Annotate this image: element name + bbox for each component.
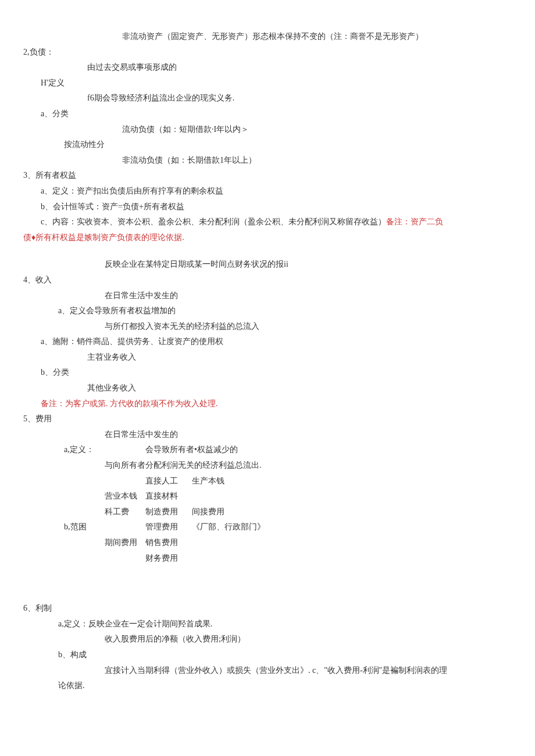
text-line: 非流动负债（如：长期借款1年以上） bbox=[122, 153, 512, 169]
row-label: b,范困 bbox=[64, 519, 105, 535]
row-cell: 销售费用 bbox=[145, 535, 192, 551]
text-line: 宜接计入当期利得（营业外收入）或损失（营业外支出》. c、"收入费用-利润"是褊… bbox=[105, 663, 512, 679]
row-cell: 间接费用 bbox=[192, 504, 224, 520]
row-cell: 《厂部、行政部门》 bbox=[192, 519, 265, 535]
text-span: c、内容：实收资本、资本公积、盈余公枳、未分配利润（盈余公积、未分配利润又称留存… bbox=[41, 217, 386, 226]
text-line: 在日常生活中发生的 bbox=[105, 427, 512, 443]
row-cell: 财务费用 bbox=[145, 551, 192, 567]
text-line: 与向所有者分配利润无关的经济利益总流出. bbox=[105, 458, 512, 474]
spacer bbox=[23, 245, 512, 257]
text-line: a、定义会导致所有者权益增加的 bbox=[58, 303, 512, 319]
row-cell: 管理费用 bbox=[145, 519, 192, 535]
spacer bbox=[23, 566, 512, 601]
text-line: 在日常生活中发生的 bbox=[105, 288, 512, 304]
row-cell: 直接材料 bbox=[145, 489, 192, 504]
row-cell bbox=[64, 489, 105, 504]
note-red: 备注：资产二负 bbox=[386, 217, 443, 226]
row-cell: 会导致所有者•权益减少的 bbox=[145, 442, 238, 458]
note-red: 备注：为客户或第. 方代收的款项不作为收入处理. bbox=[41, 399, 218, 408]
text-line: 非流动资产（固定资产、无形资产）形态根本保持不变的（注：商誉不是无形资产） bbox=[122, 29, 512, 45]
text-line: a,定义：反映企业在一定会计期间羟首成果. bbox=[58, 617, 512, 632]
row-cell bbox=[105, 551, 145, 567]
text-line: 按流动性分 bbox=[64, 137, 512, 153]
table-row: 科工费 制造费用 间接费用 bbox=[64, 504, 512, 520]
text-line: 主苕业务收入 bbox=[87, 350, 512, 366]
section-heading: 4、收入 bbox=[23, 273, 512, 288]
text-line: 反映企业在某特定日期或某一时间点财务状况的报ii bbox=[105, 257, 512, 273]
text-line: 与所仃都投入资本无关的经济利益的总流入 bbox=[105, 319, 512, 335]
table-row: 营业本钱 直接材料 bbox=[64, 489, 512, 504]
row-cell bbox=[105, 519, 145, 535]
text-line: a、定义：资产扣出负债后由所有拧享有的剩余权益 bbox=[41, 184, 512, 199]
row-cell bbox=[105, 442, 145, 458]
text-line: 流动负债（如：短期借款·I年以内＞ bbox=[122, 122, 512, 138]
row-cell bbox=[64, 535, 105, 551]
row-cell bbox=[64, 474, 105, 489]
text-line: b、分类 bbox=[41, 365, 512, 381]
text-line: 收入股费用后的净额（收入费用;利润） bbox=[105, 632, 512, 647]
text-line: 由过去交易或事项形成的 bbox=[87, 60, 512, 76]
row-cell: 直接人工 bbox=[145, 474, 192, 489]
text-line: b、构成 bbox=[58, 647, 512, 663]
section-heading: 5、费用 bbox=[23, 411, 512, 427]
text-line: f6期会导致经济利益流出企业的现实义务. bbox=[87, 91, 512, 106]
row-cell bbox=[64, 504, 105, 520]
row-cell: 科工费 bbox=[105, 504, 145, 520]
section-heading: 2,负债： bbox=[23, 45, 512, 60]
text-line: 其他业务收入 bbox=[87, 381, 512, 396]
row-cell: 生产本钱 bbox=[192, 474, 224, 489]
text-line: a、分类 bbox=[41, 106, 512, 122]
table-row: 期间费用 销售费用 bbox=[64, 535, 512, 551]
section-heading: 6、利制 bbox=[23, 601, 512, 617]
row-cell: 期间费用 bbox=[105, 535, 145, 551]
section-heading: 3、所有者权益 bbox=[23, 168, 512, 184]
text-row: a,定义： 会导致所有者•权益减少的 bbox=[64, 442, 512, 458]
text-line: b、会计恒等式：资产=负债+所有者权益 bbox=[41, 199, 512, 215]
text-line: 论依据. bbox=[58, 678, 512, 694]
row-label: a,定义： bbox=[64, 442, 105, 458]
text-line: a、施附：销件商品、提供劳务、让度资产的使用权 bbox=[41, 334, 512, 350]
row-cell: 制造费用 bbox=[145, 504, 192, 520]
note-red: 债♦所有杆权益是嫉制资产负债表的理论依据. bbox=[23, 233, 184, 242]
text-line: H'定义 bbox=[41, 76, 512, 91]
row-cell bbox=[64, 551, 105, 567]
row-cell: 营业本钱 bbox=[105, 489, 145, 504]
row-cell bbox=[105, 474, 145, 489]
table-row: 直接人工 生产本钱 bbox=[64, 474, 512, 489]
table-row: 财务费用 bbox=[64, 551, 512, 567]
table-row: b,范困 管理费用 《厂部、行政部门》 bbox=[64, 519, 512, 535]
text-block: c、内容：实收资本、资本公积、盈余公枳、未分配利润（盈余公积、未分配利润又称留存… bbox=[41, 214, 512, 230]
